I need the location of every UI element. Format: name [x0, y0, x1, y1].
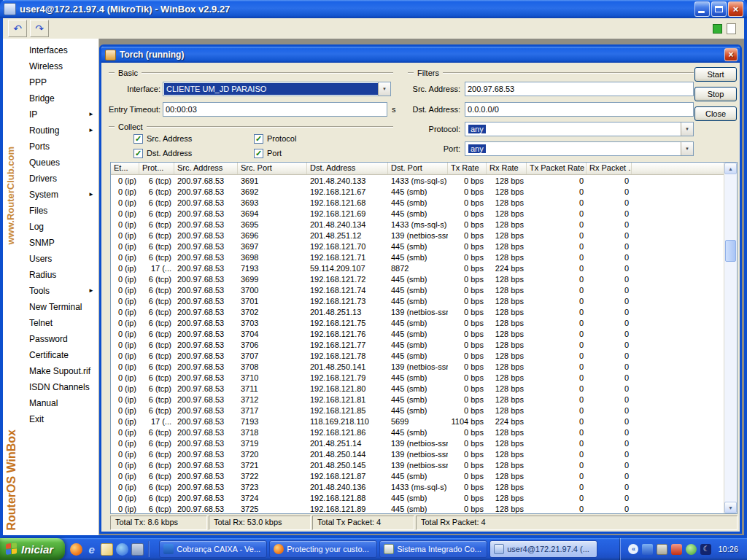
- column-header-rx_pkt[interactable]: Rx Packet ...: [587, 163, 632, 174]
- sidebar-item-log[interactable]: Log: [22, 219, 98, 235]
- scrollbar-track[interactable]: [724, 174, 737, 502]
- media-player-icon[interactable]: [116, 543, 128, 556]
- table-row[interactable]: 0 (ip)6 (tcp)200.97.68.533707192.168.121…: [111, 350, 724, 361]
- antivirus-icon[interactable]: [671, 544, 682, 555]
- table-row[interactable]: 0 (ip)6 (tcp)200.97.68.533700192.168.121…: [111, 284, 724, 295]
- internet-explorer-icon[interactable]: e: [85, 543, 98, 556]
- sidebar-item-radius[interactable]: Radius: [22, 267, 98, 283]
- column-header-dst_port[interactable]: Dst. Port: [388, 163, 448, 174]
- sidebar-item-password[interactable]: Password: [22, 331, 98, 347]
- dropdown-arrow-icon[interactable]: ▼: [681, 142, 693, 155]
- table-row[interactable]: 0 (ip)6 (tcp)200.97.68.533699192.168.121…: [111, 273, 724, 284]
- minimize-button[interactable]: [694, 1, 710, 17]
- sidebar-item-routing[interactable]: Routing►: [22, 122, 98, 139]
- redo-button[interactable]: ↷: [30, 20, 49, 37]
- column-header-rx_rate[interactable]: Rx Rate: [487, 163, 527, 174]
- network-icon[interactable]: [642, 544, 653, 555]
- show-desktop-icon[interactable]: [131, 543, 144, 556]
- start-button[interactable]: Start: [694, 67, 737, 82]
- scroll-up-button[interactable]: ▲: [724, 163, 737, 174]
- column-header-dst_addr[interactable]: Dst. Address: [307, 163, 388, 174]
- table-row[interactable]: 0 (ip)6 (tcp)200.97.68.533708201.48.250.…: [111, 361, 724, 372]
- table-row[interactable]: 0 (ip)6 (tcp)200.97.68.533712192.168.121…: [111, 394, 724, 405]
- sidebar-item-make-supout-rif[interactable]: Make Supout.rif: [22, 363, 98, 379]
- sidebar-item-ip[interactable]: IP►: [22, 106, 98, 122]
- table-row[interactable]: 0 (ip)6 (tcp)200.97.68.533725192.168.121…: [111, 503, 724, 513]
- close-button[interactable]: ×: [728, 1, 743, 17]
- port-combobox[interactable]: any ▼: [465, 141, 694, 156]
- sidebar-item-bridge[interactable]: Bridge: [22, 90, 98, 106]
- column-header-src_addr[interactable]: Src. Address: [174, 163, 238, 174]
- sidebar-item-isdn-channels[interactable]: ISDN Channels: [22, 379, 98, 395]
- table-row[interactable]: 0 (ip)17 (...200.97.68.53719359.114.209.…: [111, 262, 724, 273]
- sidebar-item-queues[interactable]: Queues: [22, 155, 98, 171]
- table-row[interactable]: 0 (ip)6 (tcp)200.97.68.533704192.168.121…: [111, 328, 724, 339]
- interface-combobox[interactable]: CLIENTE UM_JD PARAISO ▼: [163, 82, 391, 96]
- sidebar-item-exit[interactable]: Exit: [22, 411, 98, 427]
- table-row[interactable]: 0 (ip)6 (tcp)200.97.68.533691201.48.240.…: [111, 175, 724, 186]
- hide-tray-icons-button[interactable]: «: [628, 544, 638, 554]
- scrollbar-thumb[interactable]: [725, 240, 736, 262]
- scroll-down-button[interactable]: ▼: [724, 502, 737, 513]
- table-row[interactable]: 0 (ip)6 (tcp)200.97.68.533717192.168.121…: [111, 405, 724, 416]
- table-row[interactable]: 0 (ip)6 (tcp)200.97.68.533703192.168.121…: [111, 317, 724, 328]
- table-row[interactable]: 0 (ip)6 (tcp)200.97.68.533723201.48.240.…: [111, 481, 724, 492]
- table-vertical-scrollbar[interactable]: ▲ ▼: [724, 163, 737, 513]
- close-torch-button[interactable]: Close: [694, 106, 737, 121]
- table-row[interactable]: 0 (ip)6 (tcp)200.97.68.533724192.168.121…: [111, 492, 724, 503]
- dst-address-input[interactable]: [465, 102, 694, 117]
- sidebar-item-manual[interactable]: Manual: [22, 395, 98, 411]
- taskbar-task-sistema[interactable]: Sistema Integrado Co...: [379, 540, 487, 558]
- sidebar-item-ppp[interactable]: PPP: [22, 74, 98, 90]
- table-row[interactable]: 0 (ip)6 (tcp)200.97.68.533721201.48.250.…: [111, 459, 724, 470]
- table-row[interactable]: 0 (ip)6 (tcp)200.97.68.533698192.168.121…: [111, 252, 724, 262]
- sidebar-item-tools[interactable]: Tools►: [22, 283, 98, 299]
- moon-icon[interactable]: ☾: [700, 544, 711, 555]
- table-row[interactable]: 0 (ip)6 (tcp)200.97.68.533701192.168.121…: [111, 295, 724, 306]
- messenger-icon[interactable]: [686, 544, 697, 555]
- column-header-tx_pkt[interactable]: Tx Packet Rate: [527, 163, 587, 174]
- protocol-combobox[interactable]: any ▼: [465, 122, 694, 136]
- undo-button[interactable]: ↶: [8, 20, 27, 37]
- outlook-icon[interactable]: [101, 543, 113, 556]
- table-row[interactable]: 0 (ip)6 (tcp)200.97.68.533718192.168.121…: [111, 427, 724, 438]
- table-row[interactable]: 0 (ip)17 (...200.97.68.537193118.169.218…: [111, 416, 724, 427]
- taskbar-task-firefox[interactable]: Protecting your custo...: [269, 540, 377, 558]
- sidebar-item-system[interactable]: System►: [22, 187, 98, 203]
- src-address-input[interactable]: [465, 82, 694, 96]
- column-header-tx_rate[interactable]: Tx Rate: [448, 163, 487, 174]
- start-menu-button[interactable]: Iniciar: [0, 538, 65, 560]
- sidebar-item-interfaces[interactable]: Interfaces: [22, 42, 98, 58]
- firefox-icon[interactable]: [70, 543, 82, 556]
- checkbox-dst-address[interactable]: ✓Dst. Address: [133, 146, 254, 160]
- table-row[interactable]: 0 (ip)6 (tcp)200.97.68.533706192.168.121…: [111, 339, 724, 350]
- column-header-src_port[interactable]: Src. Port: [238, 163, 307, 174]
- taskbar-task-caixa[interactable]: Cobrança CAIXA - Ve...: [159, 540, 267, 558]
- table-row[interactable]: 0 (ip)6 (tcp)200.97.68.533693192.168.121…: [111, 197, 724, 208]
- table-row[interactable]: 0 (ip)6 (tcp)200.97.68.533720201.48.250.…: [111, 448, 724, 459]
- sidebar-item-snmp[interactable]: SNMP: [22, 235, 98, 251]
- table-row[interactable]: 0 (ip)6 (tcp)200.97.68.533692192.168.121…: [111, 186, 724, 197]
- taskbar-task-winbox[interactable]: user4@172.21.97.4 (...: [489, 540, 597, 558]
- dropdown-arrow-icon[interactable]: ▼: [681, 122, 693, 136]
- sidebar-item-new-terminal[interactable]: New Terminal: [22, 299, 98, 315]
- sidebar-item-users[interactable]: Users: [22, 251, 98, 267]
- sidebar-item-telnet[interactable]: Telnet: [22, 315, 98, 331]
- table-row[interactable]: 0 (ip)6 (tcp)200.97.68.533711192.168.121…: [111, 383, 724, 394]
- table-row[interactable]: 0 (ip)6 (tcp)200.97.68.533722192.168.121…: [111, 470, 724, 481]
- table-row[interactable]: 0 (ip)6 (tcp)200.97.68.533719201.48.251.…: [111, 438, 724, 448]
- checkbox-protocol[interactable]: ✓Protocol: [254, 131, 363, 146]
- table-row[interactable]: 0 (ip)6 (tcp)200.97.68.533697192.168.121…: [111, 241, 724, 252]
- sidebar-item-wireless[interactable]: Wireless: [22, 58, 98, 74]
- sidebar-item-drivers[interactable]: Drivers: [22, 171, 98, 187]
- column-header-prot[interactable]: Prot...: [139, 163, 174, 174]
- dropdown-arrow-icon[interactable]: ▼: [378, 82, 390, 96]
- table-row[interactable]: 0 (ip)6 (tcp)200.97.68.533695201.48.240.…: [111, 219, 724, 230]
- checkbox-src-address[interactable]: ✓Src. Address: [133, 131, 254, 146]
- sidebar-item-files[interactable]: Files: [22, 203, 98, 219]
- sidebar-item-ports[interactable]: Ports: [22, 139, 98, 155]
- torch-close-button[interactable]: ×: [724, 48, 738, 61]
- table-row[interactable]: 0 (ip)6 (tcp)200.97.68.533694192.168.121…: [111, 208, 724, 219]
- table-row[interactable]: 0 (ip)6 (tcp)200.97.68.533702201.48.251.…: [111, 306, 724, 317]
- sidebar-item-certificate[interactable]: Certificate: [22, 347, 98, 363]
